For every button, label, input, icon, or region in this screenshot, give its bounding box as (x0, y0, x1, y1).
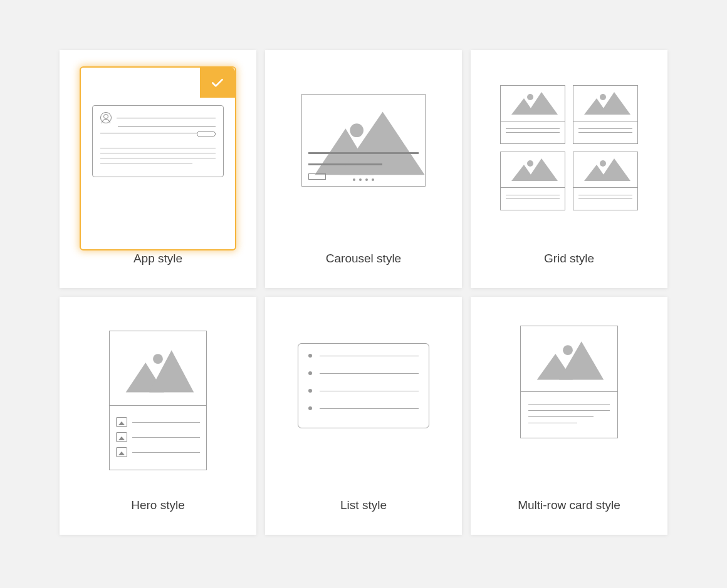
multirow-style-preview (520, 326, 618, 438)
hero-style-preview (109, 331, 207, 470)
svg-point-5 (527, 94, 533, 100)
thumbnail-icon (116, 417, 127, 427)
list-style-preview (298, 343, 429, 428)
svg-point-2 (350, 123, 363, 137)
thumbnail-icon (116, 432, 127, 442)
style-label: Multi-row card style (518, 498, 620, 512)
style-label: List style (340, 498, 387, 512)
style-option-carousel[interactable]: Carousel style (265, 50, 462, 288)
bullet-icon (308, 371, 312, 375)
grid-style-preview (500, 85, 638, 210)
svg-point-11 (527, 160, 533, 167)
layout-style-grid: App style Carousel style (60, 50, 667, 535)
pill-button-icon (197, 131, 216, 137)
bullet-icon (308, 406, 312, 410)
app-style-preview (80, 66, 236, 250)
thumbnail-icon (116, 447, 127, 457)
bullet-icon (308, 354, 312, 358)
app-card-wireframe (92, 105, 224, 177)
style-label: Carousel style (326, 252, 401, 266)
image-placeholder-icon (573, 86, 637, 121)
style-option-multirow[interactable]: Multi-row card style (471, 297, 667, 535)
carousel-button-icon (308, 173, 326, 180)
image-placeholder-icon (302, 95, 425, 186)
image-placeholder-icon (501, 152, 565, 187)
image-placeholder-icon (521, 326, 617, 391)
style-label: Grid style (544, 252, 594, 266)
avatar-icon (100, 112, 112, 123)
style-label: Hero style (131, 498, 185, 512)
carousel-dots-icon (353, 178, 374, 181)
style-option-grid[interactable]: Grid style (471, 50, 667, 288)
check-icon (209, 75, 226, 91)
style-label: App style (133, 252, 182, 266)
selected-badge (200, 68, 235, 98)
svg-point-8 (600, 94, 606, 100)
style-option-list[interactable]: List style (265, 297, 462, 535)
svg-point-20 (563, 345, 573, 355)
svg-point-14 (600, 160, 606, 167)
image-placeholder-icon (573, 152, 637, 187)
style-option-hero[interactable]: Hero style (60, 297, 256, 535)
bullet-icon (308, 389, 312, 393)
carousel-style-preview (301, 94, 426, 187)
style-option-app[interactable]: App style (60, 50, 256, 288)
svg-point-17 (153, 354, 163, 364)
image-placeholder-icon (110, 331, 206, 405)
image-placeholder-icon (501, 86, 565, 121)
